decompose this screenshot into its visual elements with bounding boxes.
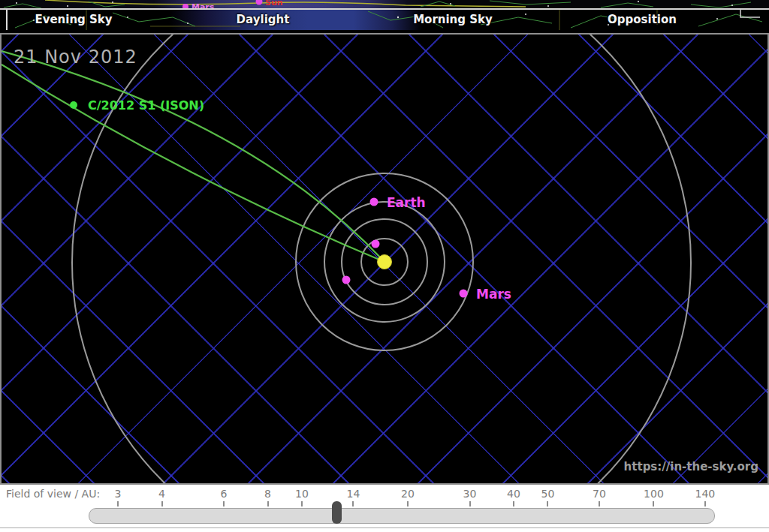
fov-slider-track[interactable] xyxy=(89,508,715,524)
fov-tick-label-100: 100 xyxy=(644,488,664,500)
fov-tick-label-4: 4 xyxy=(158,488,165,500)
fov-tick-label-20: 20 xyxy=(401,488,415,500)
fov-tick-mark-14 xyxy=(352,501,354,506)
solar-system-chart[interactable]: 21 Nov 2012 C/2012 S1 (ISON) Earth Mars … xyxy=(0,33,769,485)
date-label: 21 Nov 2012 xyxy=(14,47,137,68)
tab-morning-sky[interactable]: Morning Sky xyxy=(413,13,493,26)
fov-tick-mark-20 xyxy=(407,501,409,506)
fov-tick-mark-10 xyxy=(301,501,303,506)
fov-tick-label-10: 10 xyxy=(295,488,309,500)
fov-tick-mark-100 xyxy=(653,501,654,506)
earth-marker[interactable] xyxy=(370,198,378,206)
fov-tick-mark-4 xyxy=(161,501,163,506)
comet-orbit-path xyxy=(2,65,384,262)
sky-phase-band: Evening Sky Daylight Morning Sky Opposit… xyxy=(0,8,769,30)
fov-tick-label-50: 50 xyxy=(541,488,555,500)
venus-marker[interactable] xyxy=(342,276,351,284)
sky-strip-decoration: Mars Sun xyxy=(0,0,769,8)
sun-marker[interactable] xyxy=(378,255,392,269)
sky-chart-strip: Mars Sun xyxy=(0,0,769,8)
mercury-marker[interactable] xyxy=(372,240,380,248)
fov-tick-label-14: 14 xyxy=(347,488,360,500)
fov-tick-mark-8 xyxy=(267,501,269,506)
fov-tick-mark-70 xyxy=(599,501,600,506)
fov-tick-label-30: 30 xyxy=(463,488,477,500)
earth-label: Earth xyxy=(387,195,426,210)
fov-tick-label-40: 40 xyxy=(507,488,520,500)
tab-opposition[interactable]: Opposition xyxy=(608,13,677,26)
sky-strip-toolbar: Mars Sun xyxy=(0,0,769,30)
field-of-view-label: Field of view / AU: xyxy=(6,488,100,500)
fov-tick-label-140: 140 xyxy=(695,488,716,500)
site-credit-link[interactable]: https://in-the-sky.org xyxy=(624,460,758,473)
fov-slider-thumb[interactable] xyxy=(332,501,342,524)
fov-tick-mark-3 xyxy=(117,501,119,506)
fov-tick-label-70: 70 xyxy=(593,488,606,500)
fov-tick-mark-6 xyxy=(223,501,225,506)
fov-tick-label-8: 8 xyxy=(264,488,271,500)
comet-marker[interactable] xyxy=(70,101,77,109)
fov-tick-mark-30 xyxy=(469,501,471,506)
fov-tick-label-3: 3 xyxy=(115,488,122,500)
comet-label: C/2012 S1 (ISON) xyxy=(88,98,204,113)
fov-tick-mark-140 xyxy=(704,501,706,506)
fov-tick-mark-40 xyxy=(513,501,514,506)
bottom-rule xyxy=(0,527,769,528)
mars-marker[interactable] xyxy=(460,290,468,298)
mars-label: Mars xyxy=(476,287,511,302)
field-of-view-bar: Field of view / AU: 34681014203040507010… xyxy=(0,485,769,532)
comet-orbit-path xyxy=(2,51,384,262)
tab-evening-sky[interactable]: Evening Sky xyxy=(35,13,112,26)
sun-strip-label: Sun xyxy=(265,0,283,8)
tab-daylight[interactable]: Daylight xyxy=(237,13,290,26)
fov-tick-mark-50 xyxy=(547,501,548,506)
fov-tick-label-6: 6 xyxy=(221,488,228,500)
meridian-line xyxy=(6,10,8,30)
mars-strip-label: Mars xyxy=(191,2,215,8)
